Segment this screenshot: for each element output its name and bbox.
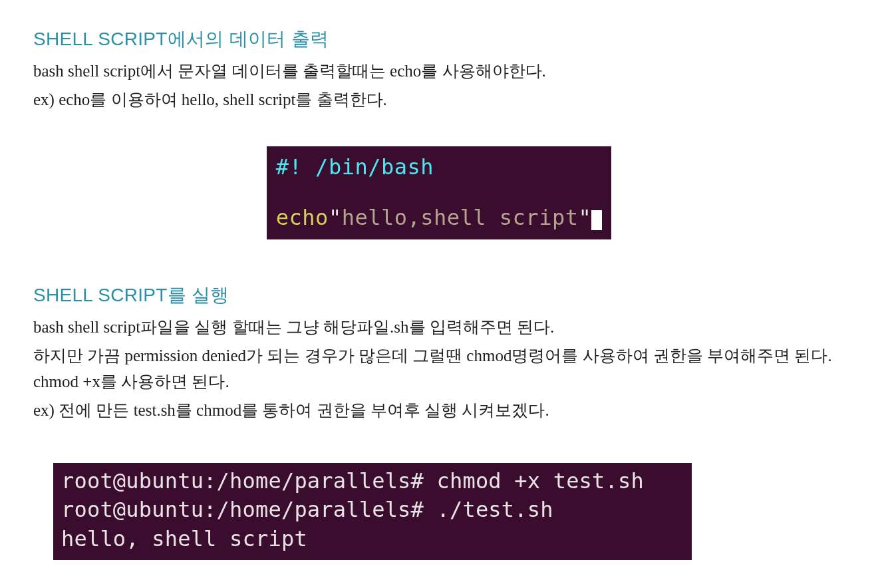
code-block-echo: #! /bin/bash echo"hello,shell script" bbox=[267, 146, 611, 240]
section1-p2: ex) echo를 이용하여 hello, shell script를 출력한다… bbox=[33, 87, 845, 113]
section2-p3: ex) 전에 만든 test.sh를 chmod를 통하여 권한을 부여후 실행… bbox=[33, 398, 845, 424]
terminal-line-2: root@ubuntu:/home/parallels# ./test.sh bbox=[61, 496, 684, 524]
terminal-line-1: root@ubuntu:/home/parallels# chmod +x te… bbox=[61, 467, 684, 496]
echo-open-quote: " bbox=[329, 205, 342, 230]
code-line-echo: echo"hello,shell script" bbox=[276, 202, 602, 233]
terminal-block-run: root@ubuntu:/home/parallels# chmod +x te… bbox=[53, 463, 692, 560]
shebang-prefix: #! bbox=[276, 154, 315, 180]
cursor-icon bbox=[591, 210, 602, 230]
section1-body: bash shell script에서 문자열 데이터를 출력할때는 echo를… bbox=[33, 59, 845, 113]
section2-p1: bash shell script파일을 실행 할때는 그냥 해당파일.sh를 … bbox=[33, 315, 845, 341]
code-line-shebang: #! /bin/bash bbox=[276, 152, 602, 182]
section1-p1: bash shell script에서 문자열 데이터를 출력할때는 echo를… bbox=[33, 59, 845, 84]
terminal-line-3: hello, shell script bbox=[61, 525, 684, 553]
section2-p2: 하지만 가끔 permission denied가 되는 경우가 많은데 그럴땐… bbox=[33, 343, 845, 395]
shebang-path: /bin/bash bbox=[315, 154, 434, 180]
section-heading-run: SHELL SCRIPT를 실행 bbox=[33, 283, 845, 308]
section2-body: bash shell script파일을 실행 할때는 그냥 해당파일.sh를 … bbox=[33, 315, 845, 423]
echo-string: hello,shell script bbox=[342, 205, 579, 230]
echo-keyword: echo bbox=[276, 205, 329, 230]
section-heading-output: SHELL SCRIPT에서의 데이터 출력 bbox=[33, 27, 845, 52]
echo-close-quote: " bbox=[578, 205, 591, 230]
